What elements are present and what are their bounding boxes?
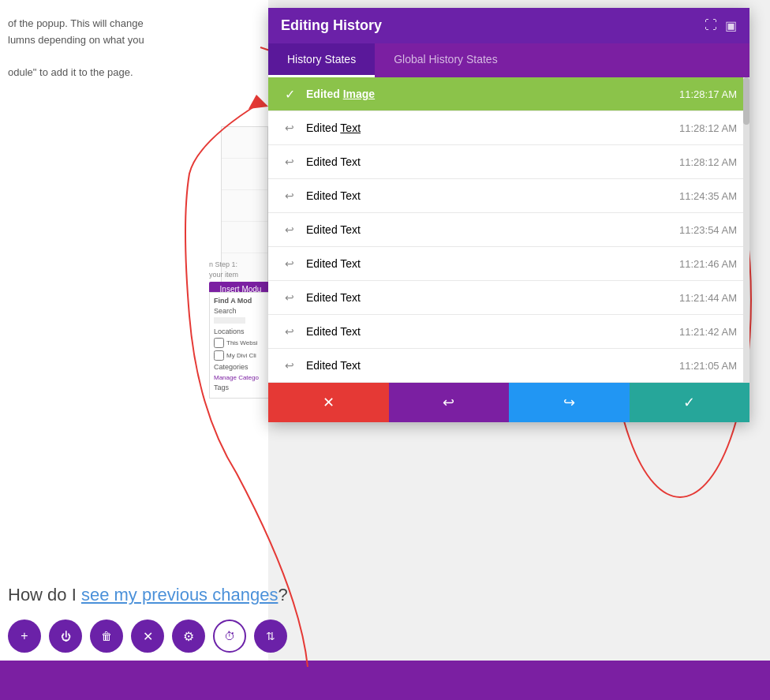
my-divi-label: My Divi Cli bbox=[226, 352, 256, 359]
history-time-4: 11:23:54 AM bbox=[679, 224, 737, 236]
question-link[interactable]: see my previous changes bbox=[81, 585, 278, 605]
your-item-text: your item bbox=[209, 271, 272, 279]
sidebar-item bbox=[222, 190, 267, 222]
undo-icon-6: ↩ bbox=[281, 289, 298, 306]
history-item-6[interactable]: ↩ Edited Text 11:21:44 AM bbox=[268, 281, 749, 315]
history-time-8: 11:21:05 AM bbox=[679, 360, 737, 372]
undo-icon-3: ↩ bbox=[281, 187, 298, 204]
power-button[interactable]: ⏻ bbox=[49, 620, 82, 653]
categories-label: Categories bbox=[214, 363, 267, 371]
history-time-3: 11:24:35 AM bbox=[679, 190, 737, 202]
settings-button[interactable]: ⚙ bbox=[172, 620, 205, 653]
history-item-2[interactable]: ↩ Edited Text 11:28:12 AM bbox=[268, 145, 749, 179]
history-time-0: 11:28:17 AM bbox=[679, 88, 737, 100]
adjust-button[interactable]: ⇅ bbox=[254, 620, 287, 653]
locations-label: Locations bbox=[214, 328, 267, 335]
sidebar-item bbox=[222, 127, 267, 159]
panel-header-icons: ⛶ ▣ bbox=[705, 18, 737, 33]
history-time-5: 11:21:46 AM bbox=[679, 258, 737, 270]
history-label-image: Edited Image bbox=[306, 88, 679, 100]
sidebar-item bbox=[222, 222, 267, 253]
text-underline-1: Text bbox=[340, 122, 361, 134]
history-time-1: 11:28:12 AM bbox=[679, 122, 737, 134]
tags-label: Tags bbox=[214, 384, 267, 391]
history-label-3: Edited Text bbox=[306, 189, 679, 202]
add-button[interactable]: + bbox=[8, 620, 41, 653]
history-label-2: Edited Text bbox=[306, 155, 679, 168]
bottom-bar bbox=[0, 661, 770, 700]
history-label-7: Edited Text bbox=[306, 325, 679, 338]
history-item-5[interactable]: ↩ Edited Text 11:21:46 AM bbox=[268, 247, 749, 281]
redo-action-button[interactable]: ↪ bbox=[509, 383, 630, 422]
undo-icon-8: ↩ bbox=[281, 357, 298, 374]
step-text: n Step 1: bbox=[209, 260, 272, 268]
bg-text-line1: of the popup. This will change bbox=[8, 16, 260, 32]
my-divi-checkbox[interactable] bbox=[214, 350, 224, 361]
undo-icon-5: ↩ bbox=[281, 255, 298, 272]
manage-categories-link[interactable]: Manage Catego bbox=[214, 374, 259, 381]
trash-button[interactable]: 🗑 bbox=[90, 620, 123, 653]
history-time-6: 11:21:44 AM bbox=[679, 292, 737, 304]
scrollbar-thumb[interactable] bbox=[743, 77, 749, 125]
find-module-label: Find A Mod bbox=[214, 297, 267, 305]
undo-action-button[interactable]: ↩ bbox=[389, 383, 510, 422]
sidebar-item bbox=[222, 159, 267, 190]
undo-icon-4: ↩ bbox=[281, 221, 298, 238]
history-time-7: 11:21:42 AM bbox=[679, 326, 737, 338]
undo-icon-1: ↩ bbox=[281, 119, 298, 137]
history-button[interactable]: ⏱ bbox=[213, 620, 246, 653]
history-item-4[interactable]: ↩ Edited Text 11:23:54 AM bbox=[268, 213, 749, 247]
question-suffix: ? bbox=[278, 585, 287, 605]
search-input-placeholder bbox=[214, 317, 245, 324]
check-icon: ✓ bbox=[281, 85, 298, 103]
bg-text-line2: lumns depending on what you bbox=[8, 32, 260, 49]
tab-global-history-states[interactable]: Global History States bbox=[375, 43, 517, 77]
question-prefix: How do I bbox=[8, 585, 81, 605]
this-website-label: This Websi bbox=[226, 339, 257, 346]
scrollbar[interactable] bbox=[743, 77, 749, 383]
tab-history-states[interactable]: History States bbox=[268, 43, 375, 77]
history-item-3[interactable]: ↩ Edited Text 11:24:35 AM bbox=[268, 179, 749, 213]
bg-text: of the popup. This will change lumns dep… bbox=[8, 16, 260, 81]
expand-icon[interactable]: ⛶ bbox=[705, 18, 717, 33]
confirm-action-button[interactable]: ✓ bbox=[630, 383, 750, 422]
cancel-action-button[interactable]: ✕ bbox=[268, 383, 389, 422]
panel-title: Editing History bbox=[281, 17, 382, 34]
history-item-8[interactable]: ↩ Edited Text 11:21:05 AM bbox=[268, 349, 749, 383]
history-item-1[interactable]: ↩ Edited Text 11:28:12 AM bbox=[268, 111, 749, 145]
search-label: Search bbox=[214, 307, 267, 315]
history-label-5: Edited Text bbox=[306, 257, 679, 270]
image-underline: Image bbox=[343, 88, 375, 100]
undo-icon-7: ↩ bbox=[281, 323, 298, 340]
history-label-6: Edited Text bbox=[306, 291, 679, 304]
close-button[interactable]: ✕ bbox=[131, 620, 164, 653]
bottom-question-text: How do I see my previous changes? bbox=[8, 585, 288, 605]
panel-tabs: History States Global History States bbox=[268, 43, 749, 77]
panel-actions: ✕ ↩ ↪ ✓ bbox=[268, 383, 749, 422]
history-label-4: Edited Text bbox=[306, 223, 679, 236]
this-website-checkbox[interactable] bbox=[214, 338, 224, 348]
bg-text-line3: odule" to add it to the page. bbox=[8, 65, 260, 81]
history-panel: Editing History ⛶ ▣ History States Globa… bbox=[268, 8, 749, 422]
panel-body: ✓ Edited Image 11:28:17 AM ↩ Edited Text… bbox=[268, 77, 749, 383]
bottom-toolbar: + ⏻ 🗑 ✕ ⚙ ⏱ ⇅ bbox=[8, 620, 287, 653]
panel-header: Editing History ⛶ ▣ bbox=[268, 8, 749, 43]
bg-find-module-panel: Find A Mod Search Locations This Websi M… bbox=[209, 292, 272, 399]
history-label-1: Edited Text bbox=[306, 122, 679, 134]
undo-icon-2: ↩ bbox=[281, 153, 298, 170]
history-item-7[interactable]: ↩ Edited Text 11:21:42 AM bbox=[268, 315, 749, 349]
history-item-active[interactable]: ✓ Edited Image 11:28:17 AM bbox=[268, 77, 749, 111]
collapse-icon[interactable]: ▣ bbox=[725, 18, 737, 33]
history-time-2: 11:28:12 AM bbox=[679, 156, 737, 168]
history-label-8: Edited Text bbox=[306, 359, 679, 372]
